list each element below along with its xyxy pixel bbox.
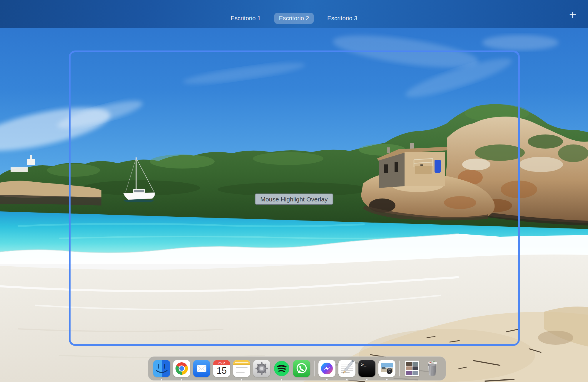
dock-item-terminal[interactable]: >_ bbox=[358, 360, 375, 377]
dock-item-finder[interactable] bbox=[153, 360, 170, 377]
running-indicator bbox=[241, 379, 243, 381]
dock-item-spotify[interactable] bbox=[273, 360, 290, 377]
add-desktop-button[interactable]: + bbox=[566, 9, 579, 22]
terminal-prompt-glyph: >_ bbox=[361, 362, 366, 367]
dock-item-mail[interactable] bbox=[193, 360, 210, 377]
dock-item-notes[interactable] bbox=[233, 360, 250, 377]
space-tab-escritorio-1[interactable]: Escritorio 1 bbox=[226, 13, 265, 24]
dock-item-preview[interactable] bbox=[378, 360, 395, 377]
spotify-icon bbox=[273, 360, 290, 377]
dock-item-trash[interactable] bbox=[424, 360, 441, 377]
mouse-highlight-overlay-tooltip: Mouse Highlight Overlay bbox=[255, 193, 333, 205]
dock-separator bbox=[314, 361, 315, 376]
running-indicator bbox=[281, 379, 283, 381]
textedit-icon bbox=[338, 360, 355, 377]
spaces-row: Escritorio 1 Escritorio 2 Escritorio 3 bbox=[0, 13, 588, 24]
messenger-icon bbox=[318, 360, 335, 377]
dock-item-calendar[interactable]: AGO 15 bbox=[213, 360, 230, 377]
running-indicator bbox=[366, 379, 368, 381]
chrome-icon bbox=[173, 360, 190, 377]
trash-icon bbox=[424, 360, 441, 377]
space-tab-escritorio-3[interactable]: Escritorio 3 bbox=[323, 13, 362, 24]
photos-folder-icon bbox=[405, 361, 419, 376]
mail-icon bbox=[193, 360, 210, 377]
dock: AGO 15 bbox=[148, 356, 446, 381]
mission-control-screen: Mouse Highlight Overlay Escritorio 1 Esc… bbox=[0, 0, 588, 382]
dock-item-textedit[interactable] bbox=[338, 360, 355, 377]
spaces-bar: Escritorio 1 Escritorio 2 Escritorio 3 + bbox=[0, 0, 588, 28]
dock-item-chrome[interactable] bbox=[173, 360, 190, 377]
whatsapp-icon bbox=[293, 360, 310, 377]
calendar-icon: AGO 15 bbox=[213, 360, 230, 377]
space-tab-escritorio-2[interactable]: Escritorio 2 bbox=[274, 13, 314, 24]
finder-icon bbox=[153, 360, 170, 377]
dock-item-system-settings[interactable] bbox=[253, 360, 270, 377]
running-indicator bbox=[161, 379, 163, 381]
dock-item-whatsapp[interactable] bbox=[293, 360, 310, 377]
terminal-icon: >_ bbox=[358, 360, 375, 377]
running-indicator bbox=[346, 379, 348, 381]
preview-icon bbox=[378, 360, 395, 377]
calendar-day-label: 15 bbox=[213, 365, 230, 377]
running-indicator bbox=[181, 379, 183, 381]
dock-separator bbox=[399, 361, 400, 376]
settings-gear-icon bbox=[253, 360, 270, 377]
notes-icon bbox=[233, 360, 250, 377]
running-indicator bbox=[386, 379, 388, 381]
calendar-month-label: AGO bbox=[213, 360, 230, 365]
dock-item-photos-folder[interactable] bbox=[404, 360, 421, 377]
running-indicator bbox=[326, 379, 328, 381]
dock-item-messenger[interactable] bbox=[318, 360, 335, 377]
